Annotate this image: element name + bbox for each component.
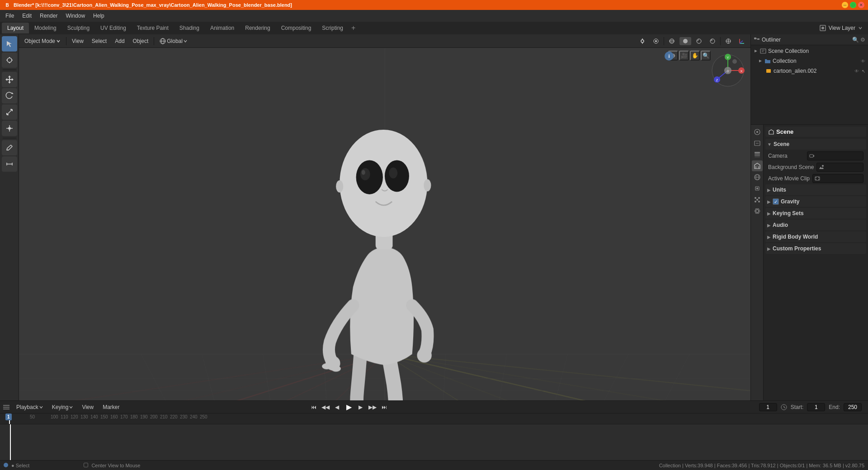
ruler-mark-230: 230 [180, 414, 188, 419]
status-select-text: ● Select [11, 463, 29, 468]
select-tool[interactable] [2, 36, 17, 52]
prop-tab-output[interactable] [752, 138, 763, 149]
wireframe-shading[interactable] [666, 37, 678, 45]
viewport-canvas[interactable] [19, 48, 750, 435]
active-movie-clip-value[interactable] [812, 174, 863, 183]
keying-sets-section[interactable]: ▶ Keying Sets [765, 208, 866, 219]
menu-help[interactable]: Help [90, 12, 108, 20]
rotate-tool[interactable] [2, 88, 17, 103]
audio-section[interactable]: ▶ Audio [765, 220, 866, 230]
cursor-tool[interactable] [2, 52, 17, 68]
material-shading[interactable] [693, 37, 705, 45]
custom-properties-section[interactable]: ▶ Custom Properties [765, 243, 866, 254]
play-first-btn[interactable]: ◀◀ [321, 403, 330, 412]
prop-tab-particles[interactable] [752, 194, 763, 205]
marker-button[interactable]: Marker [100, 403, 122, 411]
timeline-ruler[interactable]: 1 50 100 110 120 130 140 150 160 170 180… [0, 414, 868, 424]
annotate-tool[interactable] [2, 140, 17, 155]
proportional-edit[interactable] [650, 37, 662, 45]
timeline-view-button[interactable]: View [79, 403, 96, 411]
viewport[interactable]: Object Mode View Select Add Object Globa… [19, 34, 750, 435]
prop-tab-render[interactable] [752, 127, 763, 137]
tab-add-button[interactable]: + [349, 23, 358, 33]
play-last-btn[interactable]: ▶▶ [368, 403, 377, 412]
menu-file[interactable]: File [2, 12, 18, 20]
gizmos-toggle[interactable] [736, 37, 748, 45]
current-frame-input[interactable]: 1 [759, 403, 777, 411]
rendered-shading[interactable] [707, 37, 718, 45]
minimize-button[interactable]: ─ [842, 2, 848, 8]
close-button[interactable]: ✕ [858, 2, 864, 8]
select-menu[interactable]: Select [89, 37, 109, 45]
tab-compositing[interactable]: Compositing [276, 23, 317, 33]
measure-tool[interactable] [2, 156, 17, 172]
play-next-btn[interactable]: ▶ [356, 403, 365, 412]
move-tool[interactable] [2, 72, 17, 87]
menu-edit[interactable]: Edit [19, 12, 35, 20]
select-indicator [4, 463, 8, 467]
keyframe-next-btn[interactable]: ⏭ [380, 403, 389, 412]
tab-modeling[interactable]: Modeling [29, 23, 62, 33]
units-section[interactable]: ▶ Units [765, 184, 866, 195]
prop-tab-physics[interactable] [752, 206, 763, 216]
solid-shading[interactable] [679, 37, 691, 45]
viewport-tool-3[interactable]: ✋ [690, 51, 700, 61]
viewport-tool-4[interactable]: 🔍 [701, 51, 711, 61]
prop-tab-world[interactable] [752, 172, 763, 183]
play-prev-btn[interactable]: ◀ [333, 403, 342, 412]
view-layer-dropdown-icon[interactable] [858, 26, 863, 30]
gravity-checkbox[interactable]: ✓ [773, 198, 779, 205]
background-scene-value[interactable] [816, 163, 863, 172]
timeline-menu-icon[interactable] [3, 404, 10, 411]
play-btn[interactable]: ▶ [344, 403, 354, 412]
overlays-toggle[interactable] [722, 37, 734, 45]
prop-tab-object[interactable] [752, 183, 763, 194]
camera-value[interactable] [807, 151, 863, 160]
viewport-tool-2[interactable]: 🎥 [679, 51, 689, 61]
outliner-filter[interactable]: ⚙ [860, 37, 865, 43]
info-button[interactable]: i [665, 52, 674, 61]
custom-props-arrow: ▶ [767, 246, 771, 251]
right-panel: Outliner 🔍 ⚙ Scene Collection Collecti [750, 34, 868, 435]
menu-render[interactable]: Render [36, 12, 61, 20]
alien-object-icon [765, 68, 772, 74]
outliner-search[interactable]: 🔍 [852, 37, 859, 43]
tab-scripting[interactable]: Scripting [316, 23, 349, 33]
tab-uv-editing[interactable]: UV Editing [95, 23, 132, 33]
menu-window[interactable]: Window [62, 12, 89, 20]
tab-sculpting[interactable]: Sculpting [62, 23, 95, 33]
maximize-button[interactable]: □ [850, 2, 856, 8]
object-mode-dropdown[interactable]: Object Mode [22, 37, 63, 45]
rigid-body-world-section[interactable]: ▶ Rigid Body World [765, 231, 866, 242]
transform-tool[interactable] [2, 121, 17, 136]
gravity-section[interactable]: ▶ ✓ Gravity [765, 196, 866, 207]
collection-row[interactable]: Collection 👁 [751, 56, 868, 66]
start-frame-input[interactable] [807, 403, 825, 411]
navigation-gizmo[interactable]: X Y Z ⊙ [710, 52, 746, 89]
playback-button[interactable]: Playback [14, 403, 46, 411]
alien-visibility[interactable]: 👁 [854, 69, 859, 74]
keying-button[interactable]: Keying [49, 403, 76, 411]
end-frame-input[interactable] [844, 403, 862, 411]
scene-section[interactable]: ▼ Scene [765, 139, 866, 150]
keyframe-prev-btn[interactable]: ⏮ [309, 403, 318, 412]
add-menu[interactable]: Add [112, 37, 127, 45]
view-menu[interactable]: View [69, 37, 86, 45]
collection-visibility[interactable]: 👁 [861, 59, 865, 64]
tab-texture-paint[interactable]: Texture Paint [132, 23, 174, 33]
background-scene-row: Background Scene [765, 162, 866, 173]
alien-object-row[interactable]: cartoon_alien.002 👁 ↖ [751, 66, 868, 76]
snap-toggle[interactable] [637, 37, 648, 45]
global-dropdown[interactable]: Global [157, 37, 190, 45]
prop-tab-viewlayer[interactable] [752, 149, 763, 160]
svg-point-87 [356, 160, 383, 195]
object-menu[interactable]: Object [130, 37, 151, 45]
alien-selectable[interactable]: ↖ [862, 69, 865, 74]
tab-layout[interactable]: Layout [2, 23, 29, 33]
tab-rendering[interactable]: Rendering [240, 23, 275, 33]
tab-shading[interactable]: Shading [174, 23, 205, 33]
scene-collection-row[interactable]: Scene Collection [751, 46, 868, 56]
prop-tab-scene[interactable] [752, 160, 763, 171]
tab-animation[interactable]: Animation [205, 23, 240, 33]
scale-tool[interactable] [2, 104, 17, 120]
